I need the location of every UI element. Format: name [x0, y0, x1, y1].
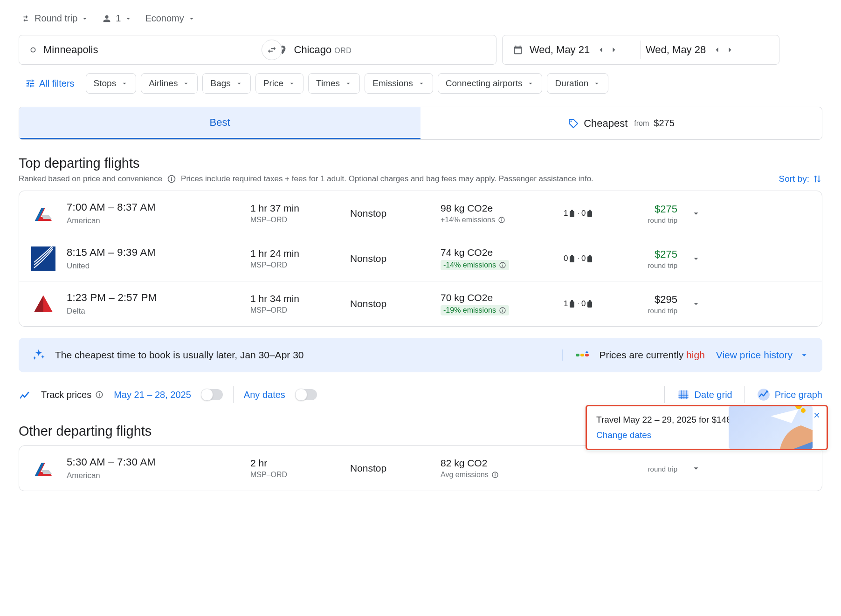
flight-route: MSP–ORD [250, 216, 339, 224]
chevron-down-icon [188, 15, 195, 22]
popover-illustration [729, 406, 813, 449]
flight-stops: Nonstop [350, 463, 429, 474]
return-date-input[interactable]: Wed, May 28 [641, 35, 773, 64]
chevron-right-icon[interactable] [609, 45, 619, 55]
airline-name: United [67, 261, 239, 271]
flight-times: 7:00 AM – 8:37 AM [67, 201, 239, 213]
tag-icon [568, 118, 579, 129]
flight-duration: 1 hr 37 min [250, 203, 339, 214]
swap-button[interactable] [262, 40, 282, 60]
flight-row[interactable]: 7:00 AM – 8:37 AMAmerican1 hr 37 minMSP–… [19, 191, 822, 236]
depart-date-input[interactable]: Wed, May 21 [508, 35, 641, 64]
flight-row[interactable]: 5:30 AM – 7:30 AMAmerican2 hrMSP–ORDNons… [19, 446, 822, 491]
trip-type-selector[interactable]: Round trip [21, 13, 89, 24]
info-icon[interactable] [95, 390, 103, 399]
all-filters-label: All filters [39, 78, 75, 89]
top-flights-title: Top departing flights [19, 156, 822, 171]
chip-label: Connecting airports [446, 78, 523, 89]
round-trip-label: round trip [621, 261, 677, 269]
passengers-selector[interactable]: 1 [102, 13, 132, 24]
flight-price: $275 [621, 203, 677, 215]
info-icon[interactable] [167, 174, 176, 184]
filter-chip-stops[interactable]: Stops [86, 73, 137, 94]
swap-arrows-icon [21, 14, 31, 24]
flight-row[interactable]: 1:23 PM – 2:57 PMDelta1 hr 34 minMSP–ORD… [19, 281, 822, 326]
chevron-down-icon [182, 80, 190, 87]
filter-chip-bags[interactable]: Bags [202, 73, 250, 94]
svg-rect-13 [589, 255, 591, 257]
filter-chip-connecting-airports[interactable]: Connecting airports [438, 73, 543, 94]
tab-best[interactable]: Best [19, 107, 420, 139]
chevron-left-icon[interactable] [712, 45, 722, 55]
depart-date-value: Wed, May 21 [530, 44, 590, 56]
tab-cheapest-price: $275 [654, 118, 675, 129]
svg-rect-19 [587, 301, 592, 308]
chevron-down-icon [121, 80, 128, 87]
chevron-down-icon [799, 350, 809, 360]
flight-duration: 1 hr 34 min [250, 293, 339, 304]
chevron-down-icon [691, 208, 701, 219]
chevron-right-icon[interactable] [725, 45, 735, 55]
graph-icon [757, 388, 770, 401]
emissions-value: 82 kg CO2 [441, 458, 552, 469]
svg-rect-20 [589, 300, 591, 302]
passengers-count: 1 [116, 13, 121, 24]
price-note: Prices include required taxes + fees for… [181, 174, 593, 184]
flight-route: MSP–ORD [250, 306, 339, 315]
bag-allowance: 1·0 [564, 299, 610, 308]
filter-chip-emissions[interactable]: Emissions [365, 73, 433, 94]
chevron-down-icon [691, 253, 701, 264]
chevron-down-icon [527, 80, 534, 87]
cabin-selector[interactable]: Economy [145, 13, 195, 24]
svg-point-27 [758, 389, 770, 401]
tab-cheapest[interactable]: Cheapest from $275 [420, 107, 822, 139]
flight-price: $275 [621, 248, 677, 260]
filter-chip-price[interactable]: Price [255, 73, 303, 94]
svg-point-0 [31, 48, 35, 52]
expand-button[interactable] [689, 253, 703, 264]
trend-icon [19, 389, 31, 401]
chevron-left-icon[interactable] [596, 45, 606, 55]
emissions-value: 98 kg CO2e [441, 203, 552, 214]
price-graph-button[interactable]: Price graph [757, 388, 822, 401]
track-prices-label: Track prices [41, 390, 103, 400]
date-grid-label: Date grid [695, 390, 732, 400]
destination-input[interactable]: Chicago ORD [267, 35, 496, 64]
flight-route: MSP–ORD [250, 471, 339, 479]
expand-button[interactable] [689, 208, 703, 219]
passenger-assistance-link[interactable]: Passenger assistance [499, 174, 576, 183]
filter-chip-times[interactable]: Times [308, 73, 360, 94]
bag-fees-link[interactable]: bag fees [426, 174, 456, 183]
flight-row[interactable]: 8:15 AM – 9:39 AMUnited1 hr 24 minMSP–OR… [19, 236, 822, 281]
svg-rect-5 [571, 210, 573, 212]
date-grid-button[interactable]: Date grid [677, 388, 732, 401]
close-icon[interactable] [813, 411, 821, 419]
filter-chip-duration[interactable]: Duration [547, 73, 608, 94]
track-any-toggle[interactable] [296, 389, 317, 400]
airline-logo [31, 201, 55, 226]
info-icon[interactable] [499, 261, 506, 269]
emissions-value: 74 kg CO2e [441, 247, 552, 258]
destination-value: Chicago ORD [294, 44, 352, 56]
info-icon[interactable] [499, 307, 506, 314]
svg-marker-15 [34, 295, 43, 312]
origin-value: Minneapolis [43, 44, 98, 56]
flight-times: 8:15 AM – 9:39 AM [67, 246, 239, 259]
expand-button[interactable] [689, 299, 703, 309]
origin-input[interactable]: Minneapolis [19, 35, 248, 64]
ranked-note: Ranked based on price and convenience [19, 174, 162, 184]
track-specific-toggle[interactable] [201, 389, 223, 400]
chevron-down-icon [593, 80, 600, 87]
filter-chip-airlines[interactable]: Airlines [141, 73, 198, 94]
expand-button[interactable] [689, 463, 703, 473]
airline-logo [31, 246, 55, 271]
flight-route: MSP–ORD [250, 261, 339, 269]
sort-by-button[interactable]: Sort by: [779, 174, 822, 184]
view-price-history-link[interactable]: View price history [716, 349, 809, 361]
all-filters-button[interactable]: All filters [19, 74, 81, 94]
info-icon[interactable] [491, 471, 499, 479]
emissions-delta: -19% emissions [441, 305, 509, 315]
chip-label: Price [263, 78, 283, 89]
info-icon[interactable] [498, 216, 505, 224]
date-group: Wed, May 21 Wed, May 28 [502, 35, 779, 65]
